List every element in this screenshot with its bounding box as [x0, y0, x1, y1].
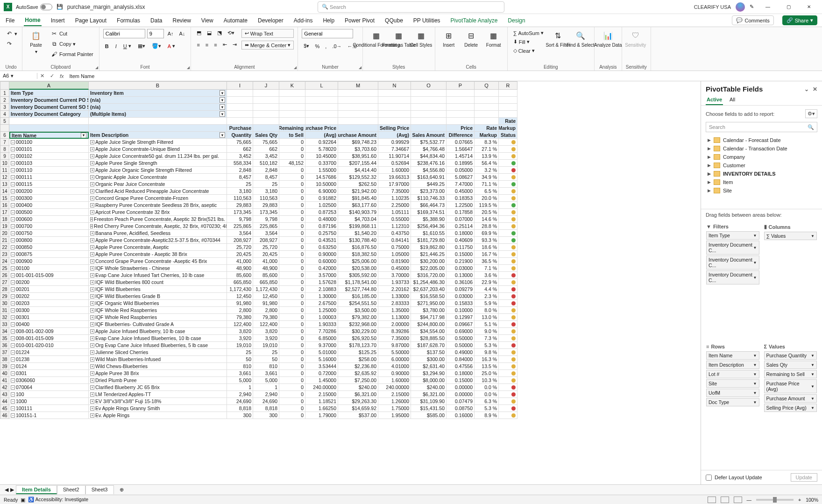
format-cells-button[interactable]: ▦Format [484, 29, 503, 49]
tab-home[interactable]: Home [24, 15, 41, 26]
cell[interactable]: 0.75000 [378, 244, 411, 251]
cell[interactable]: −008-001-015-009 [9, 335, 89, 342]
cell[interactable]: 25 [227, 349, 253, 356]
cell[interactable] [446, 111, 475, 118]
chip[interactable]: Sales Qty▼ [764, 361, 817, 369]
cell[interactable]: 0.49000 [446, 349, 475, 356]
cell[interactable]: 6.90000 [305, 188, 338, 195]
collapse-icon[interactable]: ⌄ [804, 86, 809, 92]
sheet-tab-sheet3[interactable]: Sheet3 [85, 485, 114, 494]
row-header[interactable]: 27 [0, 279, 9, 286]
cell[interactable]: Purchase Price [305, 125, 338, 132]
row-header[interactable]: 46 [0, 412, 9, 419]
row-header[interactable]: 34 [0, 328, 9, 335]
cell[interactable]: Remaining [279, 125, 305, 132]
cell[interactable]: 0.03000 [446, 293, 475, 300]
cell[interactable] [253, 118, 279, 125]
minimize-button[interactable]: — [758, 0, 777, 14]
cell[interactable]: 3.57000 [305, 272, 338, 279]
cell[interactable]: 0.07000 [446, 216, 475, 223]
row-header[interactable]: 32 [0, 314, 9, 321]
cell[interactable]: Item Description▾ [89, 132, 227, 139]
cell[interactable]: 2.83333 [378, 300, 411, 307]
zoom-level[interactable]: 100% [806, 497, 818, 503]
cell[interactable]: +LM Tenderized Apples-TT [89, 391, 227, 398]
cell[interactable]: 0.08750 [446, 405, 475, 412]
cell[interactable]: −00201 [9, 286, 89, 293]
cell[interactable] [305, 90, 338, 97]
cell[interactable]: $6,321.00 [338, 391, 378, 398]
cell[interactable]: 2.15000 [378, 391, 411, 398]
fx-icon[interactable]: fx [57, 73, 67, 79]
cell[interactable]: 3,820 [227, 328, 253, 335]
cell[interactable] [305, 97, 338, 104]
cell[interactable]: $30,200.00 [411, 258, 446, 265]
cell[interactable]: $15,431.50 [411, 405, 446, 412]
col-header-B[interactable]: B [89, 81, 227, 90]
cell[interactable]: +Ev Apple Rings Granny Smith [89, 405, 227, 412]
cell[interactable]: 2.3 % [475, 293, 499, 300]
cell[interactable]: −0306060 [9, 377, 89, 384]
cell[interactable]: 7.47000 [446, 181, 475, 188]
cell[interactable]: (Avg) [305, 132, 338, 139]
cell[interactable]: 0 [279, 244, 305, 251]
cell[interactable]: −00200 [9, 279, 89, 286]
cell[interactable]: 5.3 % [475, 405, 499, 412]
cell[interactable]: 0 [279, 230, 305, 237]
cell[interactable]: 9,798 [253, 216, 279, 223]
cell[interactable]: 10.50000 [305, 181, 338, 188]
indent-dec-button[interactable]: ⇤ [221, 41, 229, 49]
cell[interactable]: −070064 [9, 384, 89, 391]
cell[interactable]: 3,452 [227, 153, 253, 160]
cell[interactable]: 1.18521 [305, 398, 338, 405]
comma-button[interactable]: , [323, 42, 328, 50]
cell[interactable] [499, 398, 517, 405]
cell[interactable]: 0 [279, 398, 305, 405]
cell[interactable]: 3,661 [253, 370, 279, 377]
cell[interactable]: −100111 [9, 405, 89, 412]
tab-file[interactable]: File [5, 15, 15, 26]
cell[interactable]: $4,414.40 [338, 167, 378, 174]
cell[interactable]: 122,400 [253, 321, 279, 328]
cell[interactable]: 0.07665 [446, 139, 475, 146]
update-button[interactable]: Update [791, 473, 817, 482]
row-header[interactable]: 41 [0, 377, 9, 384]
redo-button[interactable]: ↷ [4, 39, 19, 49]
cell[interactable] [499, 328, 517, 335]
field-company[interactable]: ▶Company [706, 153, 817, 161]
cell[interactable] [253, 104, 279, 111]
cell[interactable]: 85,600 [253, 272, 279, 279]
zoom-in-button[interactable]: + [798, 497, 801, 503]
cell[interactable] [499, 167, 517, 174]
cell[interactable]: 71.1 % [475, 181, 499, 188]
cell[interactable]: 1.22500 [446, 202, 475, 209]
cell[interactable]: 0 [279, 139, 305, 146]
chip[interactable]: UofM▼ [706, 389, 759, 397]
cell[interactable]: $91,845.40 [338, 195, 378, 202]
field-calendar-forecast-date[interactable]: ▶Calendar - Forecast Date [706, 136, 817, 144]
cell[interactable]: −001-001-015-009 [9, 272, 89, 279]
row-header[interactable]: 29 [0, 293, 9, 300]
cell[interactable] [227, 118, 253, 125]
cell[interactable]: 1.55000 [305, 167, 338, 174]
cell[interactable]: 0.11750 [446, 244, 475, 251]
cell[interactable]: 3,920 [253, 335, 279, 342]
cell[interactable]: 0 [279, 216, 305, 223]
row-header[interactable]: 13 [0, 181, 9, 188]
cell[interactable]: $2,637,203.40 [411, 286, 446, 293]
cell[interactable]: 3,452 [253, 153, 279, 160]
cell[interactable]: $240.00 [338, 384, 378, 391]
cell[interactable]: +Ev. Apple Rings [89, 412, 227, 419]
cell[interactable]: 0 [279, 328, 305, 335]
cell[interactable] [499, 363, 517, 370]
row-header[interactable]: 3 [0, 104, 9, 111]
save-icon[interactable]: 💾 [56, 3, 64, 11]
cell[interactable]: −00202 [9, 293, 89, 300]
cell[interactable]: 3.53444 [305, 363, 338, 370]
cell[interactable]: 25,720 [227, 244, 253, 251]
cell[interactable]: 6.5 % [475, 188, 499, 195]
columns-area[interactable]: ▮ Columns∑ Values▼ [763, 222, 819, 341]
cell[interactable]: 1.26000 [378, 398, 411, 405]
cell[interactable]: 1.30000 [305, 293, 338, 300]
row-header[interactable]: 12 [0, 174, 9, 181]
